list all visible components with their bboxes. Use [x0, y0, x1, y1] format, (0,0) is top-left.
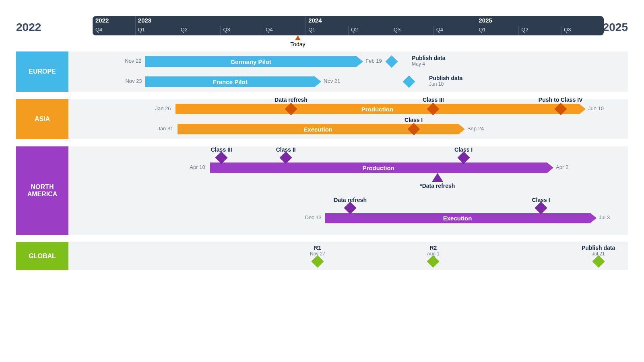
milestone-label: Class I [532, 197, 550, 203]
axis-quarter: Q4 [93, 26, 135, 35]
milestone-label: R2Aug 1 [427, 245, 440, 257]
task-bar: Production [210, 162, 547, 173]
milestone-label: Class III [423, 97, 444, 103]
milestone-label: Class II [276, 146, 296, 153]
task-end-date: Feb 19 [365, 58, 382, 64]
axis-end-year: 2025 [603, 21, 628, 34]
swimlane-body: Germany Pilot Nov 22 Feb 19France Pilot … [68, 51, 628, 92]
task-start-date: Jan 31 [157, 125, 173, 132]
task-bar: France Pilot [145, 76, 315, 87]
axis-quarter: Q1 [476, 26, 518, 35]
roadmap-chart: 2022 2025 2022202320242025Q4Q1Q2Q3Q4Q1Q2… [0, 0, 644, 362]
milestone-diamond-icon [280, 151, 292, 164]
milestone-diamond-icon [535, 202, 547, 214]
axis-quarter: Q3 [391, 26, 433, 35]
swimlane: GLOBAL R1Nov 27 R2Aug 1 Publish dataJul … [16, 242, 628, 270]
swimlane-label: ASIA [16, 99, 68, 139]
axis-quarter: Q3 [220, 26, 263, 35]
swimlane: EUROPE Germany Pilot Nov 22 Feb 19France… [16, 51, 628, 92]
axis-track: 2022202320242025Q4Q1Q2Q3Q4Q1Q2Q3Q4Q1Q2Q3 [93, 16, 604, 35]
task-bar: Germany Pilot [145, 56, 357, 67]
milestone-diamond-icon [344, 202, 357, 214]
milestone-triangle-icon [432, 173, 443, 182]
milestone-diamond-icon [427, 255, 440, 267]
task-end-date: Jul 3 [599, 214, 610, 220]
swimlane: ASIA Production Jan 26 Jun 10Execution J… [16, 99, 628, 139]
task-end-date: Jun 10 [588, 105, 604, 111]
axis-quarter: Q4 [263, 26, 305, 35]
today-marker-icon [295, 35, 301, 40]
axis-start-year: 2022 [16, 21, 41, 34]
axis-quarter: Q2 [178, 26, 221, 35]
milestone-label: Data refresh [275, 97, 308, 103]
timeline-axis: 2022 2025 2022202320242025Q4Q1Q2Q3Q4Q1Q2… [16, 16, 628, 44]
swimlane-body: Production Apr 10 Apr 2Execution Dec 13 … [68, 146, 628, 235]
swimlane-body: R1Nov 27 R2Aug 1 Publish dataJul 21 [68, 242, 628, 270]
milestone-label: Publish dataMay 4 [412, 55, 445, 67]
task-end-date: Nov 21 [324, 78, 340, 84]
task-start-date: Nov 23 [125, 78, 142, 84]
swimlane-label: EUROPE [16, 51, 68, 92]
milestone-label: Class I [454, 146, 473, 153]
milestone-diamond-icon [403, 75, 415, 88]
milestone-label: Data refresh [334, 197, 367, 203]
axis-quarter: Q4 [433, 26, 476, 35]
today-label: Today [290, 41, 305, 47]
task-bar: Execution [325, 213, 590, 223]
task-start-date: Apr 10 [190, 164, 205, 170]
swimlane-body: Production Jan 26 Jun 10Execution Jan 31… [68, 99, 628, 139]
swimlane: NORTHAMERICA Production Apr 10 Apr 2Exec… [16, 146, 628, 235]
axis-quarter: Q1 [305, 26, 348, 35]
task-start-date: Dec 13 [305, 214, 322, 220]
axis-quarter: Q2 [518, 26, 561, 35]
milestone-label: Publish dataJun 10 [429, 75, 462, 87]
task-start-date: Nov 22 [125, 58, 141, 64]
swimlane-label: GLOBAL [16, 242, 68, 270]
axis-year: 2025 [476, 16, 604, 26]
task-end-date: Apr 2 [556, 164, 568, 170]
axis-year: 2022 [93, 16, 135, 26]
milestone-label: Class III [211, 146, 232, 153]
milestone-label: Class I [405, 117, 423, 123]
milestone-label: *Data refresh [420, 183, 455, 189]
milestone-diamond-icon [215, 151, 228, 164]
task-end-date: Sep 24 [467, 125, 484, 132]
task-bar: Production [175, 104, 579, 114]
axis-quarter: Q2 [348, 26, 391, 35]
swimlane-label: NORTHAMERICA [16, 146, 68, 235]
axis-quarter: Q1 [135, 26, 178, 35]
axis-year: 2024 [305, 16, 476, 26]
milestone-diamond-icon [386, 55, 398, 68]
milestone-diamond-icon [457, 151, 470, 164]
axis-year: 2023 [135, 16, 305, 26]
milestone-label: Push to Class IV [539, 97, 583, 103]
swimlanes-container: EUROPE Germany Pilot Nov 22 Feb 19France… [16, 51, 628, 270]
milestone-diamond-icon [311, 255, 324, 267]
task-start-date: Jan 26 [155, 105, 171, 111]
milestone-diamond-icon [592, 255, 605, 267]
axis-quarter: Q3 [561, 26, 604, 35]
